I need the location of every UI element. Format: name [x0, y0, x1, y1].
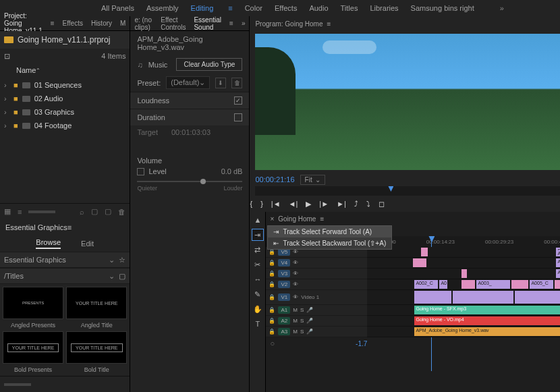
- go-to-out-icon[interactable]: ►|: [337, 200, 346, 208]
- lock-icon[interactable]: 🔒: [269, 281, 275, 287]
- eye-icon[interactable]: 👁: [293, 294, 298, 300]
- program-ruler[interactable]: [255, 186, 560, 196]
- ws-assembly[interactable]: Assembly: [146, 4, 179, 12]
- clear-audio-type-button[interactable]: Clear Audio Type: [176, 58, 242, 71]
- hamburger-icon[interactable]: ≡: [67, 223, 72, 231]
- ws-editing[interactable]: Editing: [191, 4, 214, 12]
- eye-icon[interactable]: 👁: [293, 281, 298, 287]
- loudness-section[interactable]: Loudness: [130, 92, 249, 109]
- solo-icon[interactable]: S: [300, 307, 304, 313]
- hamburger-icon[interactable]: ≡: [51, 20, 55, 27]
- track-badge[interactable]: V4: [278, 259, 290, 267]
- razor-tool-icon[interactable]: ✂: [252, 259, 263, 270]
- ws-libraries[interactable]: Libraries: [370, 4, 398, 12]
- lock-icon[interactable]: 🔒: [269, 329, 275, 335]
- star-icon[interactable]: ☆: [119, 256, 125, 264]
- zoom-select[interactable]: Fit⌄: [300, 175, 325, 185]
- preset-select[interactable]: (Default)⌄: [166, 76, 210, 89]
- step-back-icon[interactable]: ◄|: [289, 200, 298, 208]
- tab-essential-sound[interactable]: Essential Sound: [194, 16, 221, 31]
- lock-icon[interactable]: 🔒: [269, 307, 275, 313]
- template-card[interactable]: PRESENTSAngled Presents: [3, 287, 63, 329]
- eye-icon[interactable]: 👁: [293, 249, 298, 255]
- zoom-slider[interactable]: [28, 211, 55, 213]
- mark-in-icon[interactable]: {: [250, 200, 252, 208]
- search-icon[interactable]: ⌕: [80, 208, 84, 216]
- track-select-forward-item[interactable]: ⇥Track Select Forward Tool (A): [268, 226, 391, 237]
- step-fwd-icon[interactable]: |►: [319, 200, 329, 208]
- overflow-icon[interactable]: »: [500, 4, 504, 12]
- export-frame-icon[interactable]: ◻: [379, 200, 385, 208]
- tab-browse[interactable]: Browse: [36, 238, 61, 249]
- pen-tool-icon[interactable]: ✎: [252, 289, 263, 300]
- type-tool-icon[interactable]: T: [252, 318, 263, 329]
- snap-icon[interactable]: ○: [270, 339, 275, 347]
- bin-item[interactable]: ›■02 Audio: [0, 92, 130, 105]
- track-badge[interactable]: A1: [278, 306, 290, 314]
- folder-icon[interactable]: ▢: [119, 272, 125, 281]
- tab-edit[interactable]: Edit: [81, 240, 94, 248]
- bin-item[interactable]: ›■01 Sequences: [0, 78, 130, 92]
- mute-icon[interactable]: M: [293, 329, 298, 335]
- track-select-backward-item[interactable]: ⇤Track Select Backward Tool (⇧+A): [268, 237, 391, 249]
- template-card[interactable]: YOUR TITLE HEREBold Presents: [3, 331, 63, 373]
- new-bin-icon[interactable]: ▢: [91, 207, 98, 216]
- playhead-icon[interactable]: [388, 186, 393, 192]
- tab-effect-controls[interactable]: Effect Controls: [161, 16, 186, 31]
- hamburger-icon[interactable]: ≡: [327, 20, 331, 28]
- tab-effects[interactable]: Effects: [63, 20, 83, 27]
- hamburger-icon[interactable]: ≡: [229, 20, 233, 27]
- hamburger-icon[interactable]: ≡: [228, 4, 232, 12]
- lock-icon[interactable]: 🔒: [269, 260, 275, 266]
- ws-effects[interactable]: Effects: [275, 4, 297, 12]
- mute-icon[interactable]: M: [293, 318, 298, 324]
- volume-slider[interactable]: [137, 181, 242, 182]
- eg-library-select[interactable]: Essential Graphics⌄☆: [0, 252, 130, 267]
- program-timecode[interactable]: 00:00:21:16: [255, 175, 294, 184]
- template-card[interactable]: YOUR TITLE HEREBold Title: [66, 331, 127, 373]
- duration-section[interactable]: Duration: [130, 109, 249, 125]
- search-icon[interactable]: ⊡: [4, 52, 10, 61]
- tab-more[interactable]: M: [120, 20, 125, 27]
- save-preset-icon[interactable]: ⬇: [215, 78, 226, 88]
- mute-icon[interactable]: M: [293, 307, 298, 313]
- duration-checkbox[interactable]: [234, 113, 242, 121]
- template-card[interactable]: YOUR TITLE HEREAngled Title: [66, 287, 127, 329]
- loudness-checkbox[interactable]: [234, 96, 242, 105]
- lock-icon[interactable]: 🔒: [269, 271, 275, 277]
- tab-history[interactable]: History: [91, 20, 112, 27]
- mark-out-icon[interactable]: }: [260, 200, 263, 208]
- go-to-in-icon[interactable]: |◄: [271, 200, 281, 208]
- solo-icon[interactable]: S: [300, 318, 304, 324]
- extract-icon[interactable]: ⤵: [366, 200, 370, 208]
- mic-icon[interactable]: 🎤: [306, 329, 313, 335]
- hamburger-icon[interactable]: ≡: [320, 215, 324, 223]
- trash-icon[interactable]: 🗑: [118, 208, 125, 216]
- hand-tool-icon[interactable]: ✋: [252, 304, 263, 314]
- ws-titles[interactable]: Titles: [341, 4, 358, 12]
- name-column-header[interactable]: Name ⌃: [0, 63, 130, 77]
- track-badge[interactable]: V1: [278, 293, 290, 301]
- eye-icon[interactable]: 👁: [293, 260, 298, 266]
- solo-icon[interactable]: S: [300, 329, 304, 335]
- lock-icon[interactable]: 🔒: [269, 294, 275, 300]
- track-badge[interactable]: V2: [278, 281, 290, 288]
- zoom-value[interactable]: -1.7: [356, 340, 367, 347]
- selection-tool-icon[interactable]: ▲: [252, 215, 263, 225]
- program-monitor[interactable]: [255, 34, 560, 170]
- mic-icon[interactable]: 🎤: [306, 318, 313, 324]
- slip-tool-icon[interactable]: ↔: [252, 274, 263, 285]
- track-badge[interactable]: V3: [278, 270, 290, 277]
- track-badge[interactable]: A2: [278, 317, 290, 325]
- track-badge[interactable]: A3: [278, 328, 290, 335]
- play-icon[interactable]: ▶: [306, 200, 311, 208]
- eye-icon[interactable]: 👁: [293, 271, 298, 277]
- eg-folder-select[interactable]: /Titles⌄▢: [0, 269, 130, 283]
- mic-icon[interactable]: 🎤: [306, 307, 313, 313]
- icon-view-icon[interactable]: ≡: [18, 208, 22, 216]
- bin-item[interactable]: ›■04 Footage: [0, 119, 130, 132]
- tab-program[interactable]: Program: Going Home: [255, 20, 323, 28]
- thumb-slider[interactable]: [4, 383, 31, 386]
- ws-audio[interactable]: Audio: [309, 4, 328, 12]
- list-view-icon[interactable]: ▦: [4, 207, 11, 216]
